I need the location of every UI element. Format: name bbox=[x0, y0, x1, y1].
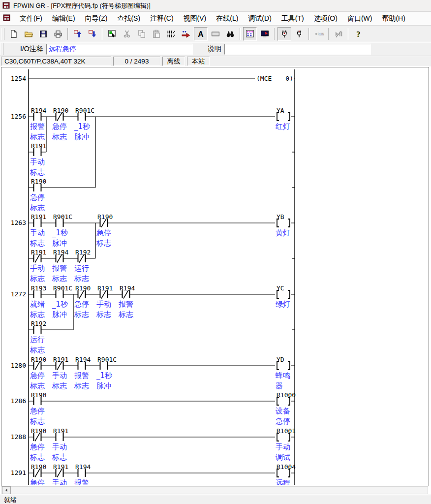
ladder-rung-1263[interactable]: 1263R191手动标志R901C_1秒脉冲R190急停标志R191手动标志R1… bbox=[11, 213, 295, 283]
contact-R190[interactable]: R190急停标志 bbox=[30, 391, 46, 426]
save-button[interactable] bbox=[36, 27, 50, 41]
svg-text:手动: 手动 bbox=[52, 478, 67, 485]
upload-program-button[interactable] bbox=[71, 27, 85, 41]
menu-help[interactable]: 帮助(H) bbox=[377, 13, 410, 25]
offline-mode-button[interactable] bbox=[292, 27, 306, 41]
coil-YC[interactable]: YC绿灯 bbox=[275, 284, 291, 309]
svg-text:标志: 标志 bbox=[30, 453, 45, 462]
menu-comment[interactable]: 注释(C) bbox=[145, 13, 178, 25]
contact-R192[interactable]: R192运行标志 bbox=[30, 320, 46, 354]
svg-text:脉冲: 脉冲 bbox=[74, 132, 89, 141]
contact-R194[interactable]: R194报警标志 bbox=[74, 356, 91, 390]
contact-R191[interactable]: R191手动标志 bbox=[52, 427, 68, 462]
download-program-button[interactable] bbox=[86, 27, 99, 41]
coil-R1001[interactable]: R1001手动调试 bbox=[275, 427, 296, 462]
copy-icon bbox=[137, 30, 146, 38]
contact-R901C[interactable]: R901C_1秒脉冲 bbox=[52, 284, 72, 319]
select-mode-button[interactable] bbox=[105, 27, 119, 41]
cut-button[interactable] bbox=[120, 27, 134, 41]
ladder-rung-1256[interactable]: 1256R194报警标志R190急停标志R901C_1秒脉冲R191手动标志R1… bbox=[11, 107, 295, 212]
ladder-rung-1280[interactable]: 1280R190急停标志R191手动标志R194报警标志R901C_1秒脉冲YD… bbox=[11, 356, 295, 390]
contact-R191[interactable]: R191手动标志 bbox=[52, 463, 68, 485]
svg-text:标志: 标志 bbox=[96, 310, 111, 319]
contact-R192[interactable]: R192运行标志 bbox=[74, 249, 91, 283]
ladder-symbol-entry-button[interactable] bbox=[164, 27, 178, 41]
menu-search[interactable]: 查找(S) bbox=[112, 13, 145, 25]
menu-window[interactable]: 窗口(W) bbox=[342, 13, 377, 25]
contact-R190[interactable]: R190急停标志 bbox=[30, 356, 46, 390]
svg-text:R191: R191 bbox=[31, 249, 46, 256]
contact-R194[interactable]: R194报警标志 bbox=[52, 249, 68, 283]
ladder-edit-area[interactable]: 1254(MCE0)1256R194报警标志R190急停标志R901C_1秒脉冲… bbox=[1, 67, 429, 486]
comment-display-button[interactable] bbox=[209, 27, 222, 41]
ladder-monitor-button[interactable] bbox=[243, 27, 257, 41]
menu-wizard[interactable]: 向导(Z) bbox=[80, 13, 113, 25]
io-comment-label: I/O注释 bbox=[20, 45, 43, 54]
contact-R191[interactable]: R191手动标志 bbox=[96, 284, 113, 319]
menu-tools[interactable]: 工具(T) bbox=[277, 13, 309, 25]
contact-R901C[interactable]: R901C_1秒脉冲 bbox=[96, 356, 117, 390]
ladder-rung-1291[interactable]: 1291R190急停标志R191手动标志R194报警标志R1004远程急停 bbox=[11, 463, 296, 485]
comment-entry-button[interactable]: A bbox=[194, 27, 208, 41]
horizontal-scrollbar[interactable] bbox=[1, 486, 428, 494]
contact-R191[interactable]: R191手动标志 bbox=[52, 356, 68, 390]
device-monitor-button[interactable] bbox=[258, 27, 272, 41]
contact-R190[interactable]: R190急停标志 bbox=[52, 107, 68, 141]
paste-button[interactable] bbox=[150, 27, 163, 41]
contact-R194[interactable]: R194报警标志 bbox=[30, 107, 46, 141]
step-run-button[interactable] bbox=[332, 27, 345, 41]
ladder-rung-1254[interactable]: 1254(MCE0) bbox=[11, 74, 295, 83]
svg-text:报警: 报警 bbox=[30, 122, 45, 131]
coil-R1004[interactable]: R1004远程急停 bbox=[275, 463, 296, 485]
svg-text:调试: 调试 bbox=[276, 453, 290, 462]
menu-options[interactable]: 选项(O) bbox=[309, 13, 342, 25]
svg-text:R190: R190 bbox=[97, 213, 113, 220]
contact-R901C[interactable]: R901C_1秒脉冲 bbox=[74, 107, 94, 141]
contact-R190[interactable]: R190急停标志 bbox=[30, 178, 46, 212]
contact-R190[interactable]: R190急停标志 bbox=[30, 463, 46, 485]
coil-YA[interactable]: YA红灯 bbox=[275, 107, 291, 131]
contact-R191[interactable]: R191手动标志 bbox=[30, 213, 46, 248]
open-file-button[interactable] bbox=[22, 27, 35, 41]
print-button[interactable] bbox=[51, 27, 65, 41]
copy-button[interactable] bbox=[135, 27, 149, 41]
toolbar-grip[interactable] bbox=[1, 28, 4, 40]
svg-text:0): 0) bbox=[285, 75, 293, 82]
ladder-symbol-entry-icon bbox=[167, 30, 176, 38]
help-button[interactable]: ?? bbox=[351, 27, 365, 41]
coil-YD[interactable]: YD蜂鸣器 bbox=[275, 356, 291, 390]
online-mode-button[interactable] bbox=[277, 27, 291, 41]
contact-R194[interactable]: R194报警标志 bbox=[118, 284, 135, 319]
toolbar-separator bbox=[308, 28, 309, 40]
contact-R193[interactable]: R193就绪标志 bbox=[30, 284, 46, 319]
contact-R901C[interactable]: R901C_1秒脉冲 bbox=[52, 213, 72, 248]
menu-file[interactable]: 文件(F) bbox=[15, 13, 47, 25]
mdi-child-icon[interactable] bbox=[3, 14, 11, 23]
find-button[interactable] bbox=[223, 27, 237, 41]
svg-text:标志: 标志 bbox=[30, 203, 45, 212]
menu-view[interactable]: 视图(V) bbox=[179, 13, 212, 25]
jump-button[interactable] bbox=[179, 27, 193, 41]
contact-R191[interactable]: R191手动标志 bbox=[30, 249, 46, 283]
io-comment-input[interactable] bbox=[46, 44, 193, 55]
ladder-rung-1286[interactable]: 1286R190急停标志R1000设备急停 bbox=[11, 391, 296, 426]
coil-YB[interactable]: YB黄灯 bbox=[275, 213, 291, 237]
ladder-rung-1272[interactable]: 1272R193就绪标志R901C_1秒脉冲R190急停标志R191手动标志R1… bbox=[11, 284, 295, 354]
new-file-button[interactable] bbox=[7, 27, 21, 41]
find-icon bbox=[226, 30, 235, 38]
contact-R190[interactable]: R190急停标志 bbox=[96, 213, 113, 248]
menu-debug[interactable]: 调试(D) bbox=[243, 13, 276, 25]
coil-R1000[interactable]: R1000设备急停 bbox=[275, 391, 296, 426]
ladder-canvas[interactable]: 1254(MCE0)1256R194报警标志R190急停标志R901C_1秒脉冲… bbox=[1, 67, 429, 485]
menu-online[interactable]: 在线(L) bbox=[211, 13, 243, 25]
contact-R190[interactable]: R190急停标志 bbox=[74, 284, 91, 319]
commentbar-grip[interactable] bbox=[0, 43, 3, 55]
contact-R191[interactable]: R191手动标志 bbox=[30, 142, 46, 177]
run-mode-button[interactable]: RUN bbox=[312, 27, 326, 41]
ladder-rung-1288[interactable]: 1288R190急停标志R191手动标志R1001手动调试 bbox=[11, 427, 296, 462]
scroll-left-button[interactable] bbox=[2, 486, 11, 494]
menu-edit[interactable]: 编辑(E) bbox=[47, 13, 80, 25]
contact-R194[interactable]: R194报警标志 bbox=[74, 463, 91, 485]
description-input[interactable] bbox=[224, 44, 371, 55]
contact-R190[interactable]: R190急停标志 bbox=[30, 427, 46, 462]
